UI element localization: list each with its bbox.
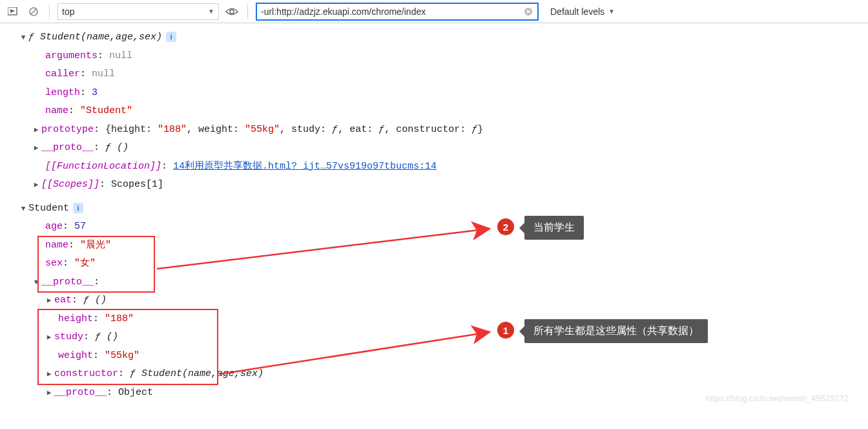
property-row[interactable]: prototype: {height: "188" , weight: "55k… [0, 121, 868, 140]
property-row[interactable]: name: "晨光" [0, 236, 868, 255]
svg-marker-1 [10, 9, 15, 13]
property-row[interactable]: height: "188" [0, 310, 868, 329]
disclosure-triangle-icon[interactable] [45, 331, 53, 344]
disclosure-triangle-icon[interactable] [45, 386, 53, 400]
context-select-label: top [62, 6, 74, 17]
step-button[interactable] [5, 4, 21, 19]
disclosure-triangle-icon[interactable] [32, 276, 40, 289]
property-row[interactable]: arguments: null [0, 47, 868, 66]
chevron-down-icon: ▼ [208, 8, 214, 15]
info-icon[interactable]: i [166, 32, 176, 42]
disclosure-triangle-icon[interactable] [19, 31, 27, 45]
toolbar-divider [247, 5, 248, 19]
property-row[interactable]: constructor: ƒ Student(name,age,sex) [0, 365, 868, 384]
context-select[interactable]: top ▼ [57, 3, 219, 20]
disclosure-triangle-icon[interactable] [32, 123, 40, 137]
live-expression-icon[interactable] [224, 4, 240, 19]
property-row[interactable]: [[FunctionLocation]]: 14利用原型共享数据.html?_i… [0, 158, 868, 176]
object-header[interactable]: ƒ Student(name,age,sex) i [0, 28, 868, 47]
disclosure-triangle-icon[interactable] [45, 368, 53, 381]
disclosure-triangle-icon[interactable] [32, 141, 40, 155]
svg-line-3 [31, 9, 36, 14]
property-row[interactable]: __proto__: ƒ () [0, 139, 868, 158]
svg-point-4 [230, 10, 234, 14]
filter-input[interactable]: -url:http://adzjz.ekuapi.com/chrome/inde… [256, 3, 539, 21]
console-toolbar: top ▼ -url:http://adzjz.ekuapi.com/chrom… [0, 0, 868, 23]
log-levels-label: Default levels [550, 6, 604, 17]
annotation-tooltip: 所有学生都是这些属性（共享数据） [524, 319, 708, 343]
disclosure-triangle-icon[interactable] [45, 294, 53, 308]
watermark: https://blog.csdn.net/weixin_45525272 [706, 393, 849, 403]
disclosure-triangle-icon[interactable] [19, 202, 27, 216]
toolbar-divider [49, 5, 50, 19]
property-row[interactable]: name: "Student" [0, 102, 868, 121]
log-levels-select[interactable]: Default levels ▼ [544, 6, 621, 17]
property-row[interactable]: [[Scopes]]: Scopes[1] [0, 176, 868, 194]
property-row[interactable]: caller: null [0, 65, 868, 84]
property-row[interactable]: length: 3 [0, 84, 868, 103]
chevron-down-icon: ▼ [608, 8, 615, 15]
property-row[interactable]: age: 57 [0, 218, 868, 236]
property-row[interactable]: __proto__: [0, 273, 868, 292]
annotation-badge: 1 [497, 322, 514, 339]
filter-input-text: -url:http://adzjz.ekuapi.com/chrome/inde… [261, 6, 523, 17]
property-row[interactable]: study: ƒ () [0, 328, 868, 347]
object-header[interactable]: Student i [0, 200, 868, 218]
info-icon[interactable]: i [73, 203, 83, 213]
clear-console-button[interactable] [26, 4, 41, 19]
annotation-badge: 2 [497, 218, 514, 235]
clear-filter-icon[interactable] [523, 6, 533, 17]
disclosure-triangle-icon[interactable] [32, 178, 40, 192]
source-link[interactable]: 14利用原型共享数据.html?_ijt…57vs919o97tbucms:14 [173, 158, 437, 176]
console-output: ƒ Student(name,age,sex) i arguments: nul… [0, 23, 868, 406]
property-row[interactable]: weight: "55kg" [0, 347, 868, 366]
property-row[interactable]: sex: "女" [0, 255, 868, 273]
property-row[interactable]: eat: ƒ () [0, 291, 868, 310]
annotation-tooltip: 当前学生 [524, 216, 584, 240]
